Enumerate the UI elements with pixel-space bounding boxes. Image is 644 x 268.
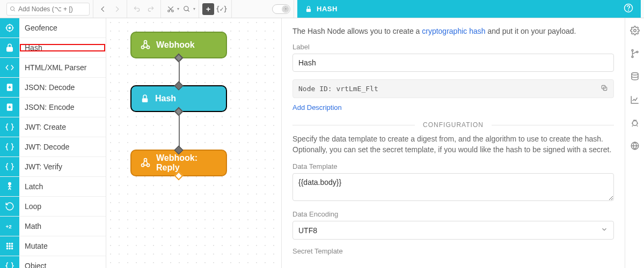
globe-rail-icon[interactable] [630,141,640,152]
help-button[interactable] [624,3,633,14]
palette-item-latch[interactable]: Latch [0,177,106,197]
palette-item-html-xml-parser[interactable]: HTML/XML Parser [0,58,106,78]
flow-canvas[interactable]: Webhook Hash Webhook: Reply [106,18,281,268]
doc-arrow-icon [0,78,19,97]
database-rail-icon[interactable] [630,72,640,83]
flow-node-webhook-reply[interactable]: Webhook: Reply [130,150,227,176]
back-button[interactable] [97,3,109,16]
svg-text:+2: +2 [6,224,12,229]
palette-item-label: Math [19,222,106,230]
flow-node-label: Webhook [156,40,195,50]
svg-point-42 [632,50,633,51]
palette-item-json-encode[interactable]: JSON: Encode [0,98,106,117]
crypto-hash-link[interactable]: cryptographic hash [422,27,485,35]
lock-icon [305,5,312,13]
palette-item-jwt-verify[interactable]: JWT: Verify [0,157,106,177]
palette-item-label: JSON: Encode [19,103,106,111]
grid-icon [0,236,19,256]
palette-item-geofence[interactable]: Geofence [0,18,106,38]
node-description: The Hash Node allows you to create a cry… [292,27,614,35]
flow-node-webhook[interactable]: Webhook [130,32,227,58]
undo-button[interactable] [130,3,143,16]
panel-toggle[interactable] [272,4,290,14]
panel-header: HASH [297,0,641,18]
flow-node-hash[interactable]: Hash [130,85,227,112]
loop-icon [0,197,19,216]
label-field-label: Label [292,43,614,51]
forward-button[interactable] [111,3,123,16]
output-port[interactable] [174,172,184,181]
chevron-down-icon: ▾ [193,6,195,11]
settings-rail-icon[interactable] [630,26,640,37]
palette-item-label: HTML/XML Parser [19,63,106,72]
person-icon [0,177,19,196]
palette-item-loop[interactable]: Loop [0,197,106,217]
top-toolbar: ▾ ▾ + {✓} HASH [0,0,644,18]
webhook-icon [140,158,151,168]
palette-item-json-decode[interactable]: JSON: Decode [0,78,106,98]
svg-rect-35 [142,98,148,102]
search-icon [10,6,16,12]
palette-item-label: JWT: Decode [19,143,106,151]
flow-edge [179,114,180,151]
palette-item-hash[interactable]: Hash [0,38,106,58]
svg-rect-18 [7,47,13,51]
palette-item-label: JWT: Verify [19,162,106,171]
branch-rail-icon[interactable] [630,49,640,60]
cut-dropdown[interactable] [164,3,177,16]
node-palette: GeofenceHashHTML/XML ParserJSON: DecodeJ… [0,18,106,268]
copy-icon [601,84,608,92]
right-rail [625,18,644,268]
data-encoding-label: Data Encoding [292,210,614,218]
label-input[interactable] [292,54,614,72]
zoom-dropdown[interactable] [180,3,193,16]
add-description-link[interactable]: Add Description [292,103,342,111]
svg-point-30 [9,248,10,249]
node-search[interactable] [6,3,90,16]
chart-rail-icon[interactable] [630,95,640,106]
code-icon [0,58,19,77]
svg-point-45 [632,73,638,76]
palette-item-mutate[interactable]: Mutate [0,236,106,256]
lock-icon [0,38,19,57]
palette-item-math[interactable]: +2Math [0,217,106,236]
copy-node-id-button[interactable] [601,84,608,93]
palette-item-jwt-create[interactable]: JWT: Create [0,117,106,137]
gear-icon [283,6,288,11]
template-braces-button[interactable]: {✓} [215,3,228,16]
svg-point-23 [6,243,8,244]
palette-item-label: JWT: Create [19,123,106,131]
palette-item-label: Loop [19,202,106,211]
svg-point-28 [11,245,12,247]
flow-node-label: Hash [155,94,176,103]
palette-item-label: JSON: Decode [19,83,106,92]
svg-point-21 [9,183,11,185]
braces-icon [0,256,19,268]
svg-line-1 [14,10,16,11]
svg-point-44 [636,51,638,53]
braces-icon [0,137,19,157]
bug-rail-icon[interactable] [630,118,640,129]
lock-icon [140,94,150,103]
add-button[interactable]: + [202,3,214,15]
svg-point-11 [628,10,629,10]
palette-item-jwt-decode[interactable]: JWT: Decode [0,137,106,157]
data-encoding-select[interactable]: UTF8 [292,221,614,240]
panel-title: HASH [317,5,338,13]
svg-point-0 [11,6,14,10]
palette-item-label: Latch [19,182,106,191]
redo-button[interactable] [144,3,157,16]
svg-point-8 [285,8,286,9]
svg-rect-9 [306,9,311,12]
svg-point-46 [632,121,637,125]
node-search-input[interactable] [18,5,86,13]
configuration-header: CONFIGURATION [292,121,614,129]
data-template-label: Data Template [292,162,614,170]
configuration-description: Specify the data template to create a di… [292,134,614,155]
palette-item-object[interactable]: Object [0,256,106,268]
input-port[interactable] [174,81,184,91]
svg-point-25 [11,243,12,244]
data-template-input[interactable] [292,173,614,201]
chevron-down-icon [601,226,608,235]
svg-point-29 [6,248,8,249]
